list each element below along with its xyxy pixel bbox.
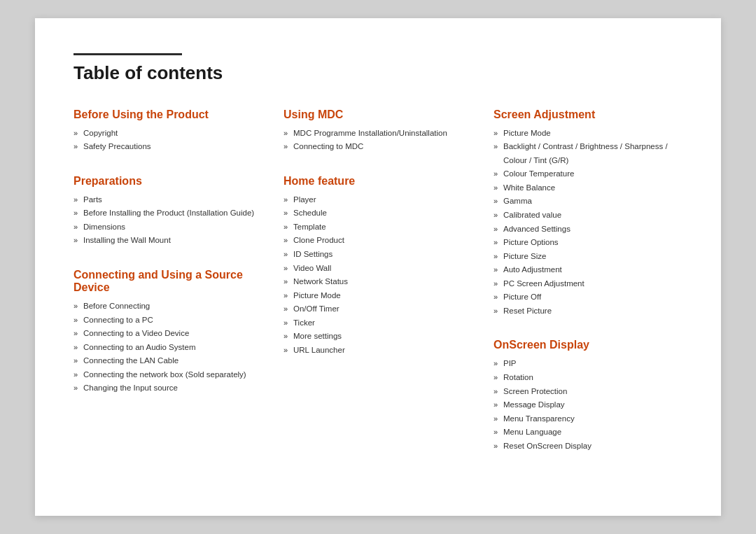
list-item: Network Status	[284, 275, 472, 289]
list-item: Safety Precautions	[74, 140, 262, 154]
section-items-before-using: CopyrightSafety Precautions	[74, 127, 262, 154]
list-item: Reset Picture	[493, 304, 682, 318]
list-item: Menu Transparency	[493, 412, 682, 426]
page: Table of contents Before Using the Produ…	[35, 18, 721, 516]
list-item: Parts	[74, 193, 262, 207]
list-item: Auto Adjustment	[493, 263, 682, 277]
section-items-screen-adjustment: Picture ModeBacklight / Contrast / Brigh…	[493, 127, 682, 318]
list-item: Changing the Input source	[74, 381, 262, 395]
list-item: More settings	[284, 330, 472, 344]
column-2: Screen AdjustmentPicture ModeBacklight /…	[493, 108, 682, 474]
list-item: Template	[284, 220, 472, 234]
list-item: Colour Temperature	[493, 167, 682, 181]
list-item: Schedule	[284, 206, 472, 220]
list-item: Installing the Wall Mount	[74, 234, 262, 248]
section-connecting: Connecting and Using a Source DeviceBefo…	[74, 269, 262, 395]
list-item: URL Launcher	[284, 344, 472, 358]
list-item: Copyright	[74, 127, 262, 141]
column-0: Before Using the ProductCopyrightSafety …	[74, 108, 262, 474]
list-item: Picture Mode	[493, 127, 682, 141]
list-item: Reset OnScreen Display	[493, 440, 682, 454]
section-title-using-mdc: Using MDC	[284, 108, 472, 121]
list-item: On/Off Timer	[284, 302, 472, 316]
section-screen-adjustment: Screen AdjustmentPicture ModeBacklight /…	[493, 108, 682, 318]
section-home-feature: Home featurePlayerScheduleTemplateClone …	[284, 175, 472, 358]
section-items-home-feature: PlayerScheduleTemplateClone ProductID Se…	[284, 193, 472, 358]
section-items-using-mdc: MDC Programme Installation/Uninstallatio…	[284, 127, 472, 154]
list-item: Before Installing the Product (Installat…	[74, 206, 262, 220]
list-item: Video Wall	[284, 262, 472, 276]
section-items-connecting: Before ConnectingConnecting to a PCConne…	[74, 300, 262, 395]
list-item: Clone Product	[284, 234, 472, 248]
list-item: Dimensions	[74, 220, 262, 234]
list-item: Picture Mode	[284, 289, 472, 303]
list-item: Connecting to a PC	[74, 314, 262, 328]
list-item: Screen Protection	[493, 385, 682, 399]
list-item: PC Screen Adjustment	[493, 277, 682, 291]
section-onscreen-display: OnScreen DisplayPIPRotationScreen Protec…	[493, 339, 682, 453]
section-items-onscreen-display: PIPRotationScreen ProtectionMessage Disp…	[493, 357, 682, 453]
section-title-home-feature: Home feature	[284, 175, 472, 188]
list-item: ID Settings	[284, 248, 472, 262]
list-item: Backlight / Contrast / Brightness / Shar…	[493, 140, 682, 167]
page-title: Table of contents	[74, 62, 682, 84]
list-item: PIP	[493, 357, 682, 371]
list-item: Picture Options	[493, 236, 682, 250]
section-using-mdc: Using MDCMDC Programme Installation/Unin…	[284, 108, 472, 154]
list-item: Picture Size	[493, 250, 682, 264]
list-item: MDC Programme Installation/Uninstallatio…	[284, 127, 472, 141]
list-item: Calibrated value	[493, 209, 682, 223]
section-preparations: PreparationsPartsBefore Installing the P…	[74, 175, 262, 248]
list-item: Player	[284, 193, 472, 207]
list-item: Connecting to a Video Device	[74, 327, 262, 341]
list-item: Message Display	[493, 398, 682, 412]
section-title-preparations: Preparations	[74, 175, 262, 188]
list-item: Before Connecting	[74, 300, 262, 314]
section-title-connecting: Connecting and Using a Source Device	[74, 269, 262, 294]
section-title-before-using: Before Using the Product	[74, 108, 262, 121]
list-item: Connecting to MDC	[284, 140, 472, 154]
section-before-using: Before Using the ProductCopyrightSafety …	[74, 108, 262, 154]
list-item: Connecting to an Audio System	[74, 341, 262, 355]
toc-header: Table of contents	[74, 53, 682, 84]
list-item: Connecting the network box (Sold separat…	[74, 368, 262, 382]
list-item: Menu Language	[493, 426, 682, 440]
list-item: Picture Off	[493, 290, 682, 304]
list-item: Gamma	[493, 195, 682, 209]
section-items-preparations: PartsBefore Installing the Product (Inst…	[74, 193, 262, 248]
list-item: Connecting the LAN Cable	[74, 354, 262, 368]
section-title-screen-adjustment: Screen Adjustment	[493, 108, 682, 121]
list-item: White Balance	[493, 181, 682, 195]
column-1: Using MDCMDC Programme Installation/Unin…	[284, 108, 472, 474]
list-item: Ticker	[284, 316, 472, 330]
toc-grid: Before Using the ProductCopyrightSafety …	[74, 108, 682, 474]
list-item: Rotation	[493, 371, 682, 385]
section-title-onscreen-display: OnScreen Display	[493, 339, 682, 351]
header-rule	[74, 53, 182, 55]
list-item: Advanced Settings	[493, 223, 682, 237]
